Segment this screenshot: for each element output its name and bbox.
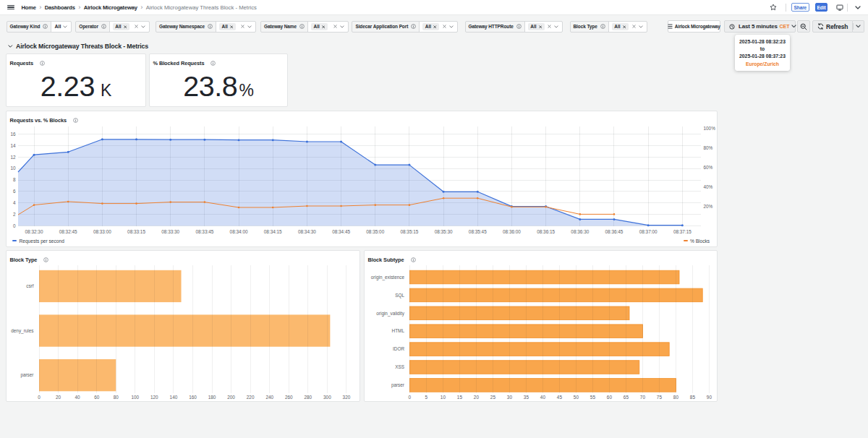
- close-icon: [241, 25, 244, 28]
- close-icon: [548, 25, 551, 28]
- edit-button[interactable]: Edit: [815, 3, 827, 12]
- close-icon: [124, 25, 127, 29]
- svg-text:08:33:00: 08:33:00: [93, 229, 111, 234]
- chevron-down-icon: [8, 45, 13, 48]
- row-header[interactable]: Airlock Microgateway Threats Block - Met…: [8, 41, 148, 51]
- svg-text:75: 75: [657, 395, 663, 400]
- svg-text:260: 260: [285, 395, 293, 400]
- svg-text:280: 280: [305, 395, 312, 400]
- info-icon: [411, 24, 416, 29]
- svg-text:08:32:45: 08:32:45: [59, 229, 77, 234]
- filter-chip[interactable]: All: [422, 23, 439, 30]
- info-icon[interactable]: [40, 61, 45, 66]
- svg-text:0: 0: [38, 395, 41, 400]
- svg-text:220: 220: [247, 395, 255, 400]
- panel-requests: Requests 2.23K: [6, 53, 146, 107]
- dashlist-button[interactable]: Airlock Microgateway: [668, 20, 720, 33]
- breadcrumb-item[interactable]: Home: [22, 4, 36, 11]
- close-icon: [135, 25, 138, 28]
- filter-value[interactable]: All: [307, 22, 348, 33]
- zoom-out-button[interactable]: [797, 20, 810, 33]
- legend-percent-blocks[interactable]: % Blocks: [684, 239, 710, 244]
- svg-text:08:33:45: 08:33:45: [195, 229, 213, 234]
- filter-value[interactable]: All: [109, 22, 149, 33]
- filter-chip[interactable]: All: [113, 23, 129, 30]
- clear-icon[interactable]: [135, 25, 138, 28]
- svg-text:5: 5: [425, 395, 428, 400]
- panel-title: % Blocked Requests: [153, 60, 216, 66]
- info-icon: [40, 61, 45, 66]
- filter-label: Gateway Namespace: [156, 22, 216, 33]
- breadcrumb-separator: ›: [140, 4, 142, 11]
- block-subtype-chart[interactable]: origin_existenceSQLorigin_validityHTMLID…: [365, 251, 717, 401]
- svg-text:90: 90: [707, 395, 712, 400]
- filter-chip[interactable]: All: [612, 23, 629, 30]
- info-icon: [210, 61, 216, 66]
- tooltip-timezone: Europe/Zurich: [735, 61, 790, 68]
- panel-block-type: Block Type csrfdeny_rulesparser020406080…: [6, 250, 360, 402]
- breadcrumb: Home›Dashboards›Airlock Microgateway›Air…: [22, 4, 257, 11]
- clear-icon[interactable]: [632, 25, 636, 28]
- svg-text:origin_validity: origin_validity: [376, 311, 405, 317]
- chevron-down-icon: [141, 25, 145, 28]
- svg-text:120: 120: [150, 395, 158, 400]
- filter-value[interactable]: All: [608, 22, 647, 33]
- svg-text:2: 2: [13, 212, 16, 217]
- svg-text:20: 20: [474, 395, 480, 400]
- breadcrumb-item[interactable]: Airlock Microgateway: [84, 4, 137, 11]
- filter-value[interactable]: All: [51, 22, 71, 33]
- filter-chip[interactable]: All: [219, 23, 236, 30]
- svg-text:15: 15: [457, 395, 463, 400]
- close-icon: [623, 25, 626, 29]
- tooltip-from: 2025-01-28 08:32:23: [735, 38, 790, 46]
- svg-text:240: 240: [265, 395, 273, 400]
- info-icon: [516, 24, 522, 29]
- info-icon: [600, 24, 605, 29]
- clear-icon[interactable]: [443, 25, 446, 28]
- share-button[interactable]: Share: [791, 3, 810, 12]
- svg-text:08:37:00: 08:37:00: [639, 229, 658, 234]
- kiosk-monitor-icon[interactable]: [836, 4, 843, 11]
- svg-text:08:37:15: 08:37:15: [673, 229, 692, 234]
- close-icon: [539, 25, 542, 29]
- svg-text:200: 200: [227, 395, 235, 400]
- info-icon[interactable]: [210, 61, 216, 66]
- panel-requests-vs-blocks: Requests vs. % Blocks 024681012141620%40…: [6, 111, 718, 247]
- clear-icon[interactable]: [333, 25, 337, 28]
- svg-text:IDOR: IDOR: [393, 346, 404, 351]
- svg-text:70: 70: [640, 395, 646, 400]
- topnav-actions: Share Edit: [770, 3, 861, 12]
- legend-swatch: [684, 240, 688, 241]
- close-icon: [333, 25, 337, 28]
- filter-value[interactable]: All: [524, 22, 562, 33]
- chevron-down-icon[interactable]: [855, 6, 861, 9]
- filter-chip[interactable]: All: [528, 23, 545, 30]
- block-type-chart[interactable]: csrfdeny_rulesparser02040608010012014016…: [7, 251, 359, 401]
- menu-icon[interactable]: [7, 5, 14, 10]
- star-icon[interactable]: [770, 4, 777, 11]
- time-picker-button[interactable]: Last 5 minutes CET: [724, 20, 796, 33]
- clear-icon[interactable]: [548, 25, 551, 28]
- svg-text:100%: 100%: [704, 126, 716, 131]
- svg-text:35: 35: [524, 395, 529, 400]
- stat-value-blocked: 23.8%: [150, 72, 287, 107]
- refresh-button[interactable]: Refresh: [812, 20, 853, 33]
- filter-sidecar-application-port: Sidecar Application PortAll: [352, 21, 458, 33]
- row-title: Airlock Microgateway Threats Block - Met…: [16, 43, 148, 50]
- refresh-interval-caret[interactable]: [853, 20, 864, 33]
- svg-text:08:36:00: 08:36:00: [503, 229, 521, 234]
- stat-value-requests: 2.23K: [7, 72, 145, 107]
- refresh-button-group: Refresh: [812, 20, 864, 33]
- svg-text:8: 8: [13, 177, 16, 182]
- filter-value[interactable]: All: [419, 22, 457, 33]
- legend-requests-per-second[interactable]: Requests per second: [12, 239, 64, 244]
- filter-chip[interactable]: All: [311, 23, 328, 30]
- divider: [847, 4, 848, 12]
- filter-value[interactable]: All: [216, 22, 255, 33]
- timeseries-chart[interactable]: 024681012141620%40%60%80%100%08:32:3008:…: [7, 111, 717, 246]
- breadcrumb-item[interactable]: Dashboards: [45, 4, 75, 11]
- filter-gateway-namespace: Gateway NamespaceAll: [156, 21, 256, 33]
- svg-text:20: 20: [56, 395, 61, 400]
- clear-icon[interactable]: [241, 25, 244, 28]
- chevron-down-icon: [449, 25, 454, 28]
